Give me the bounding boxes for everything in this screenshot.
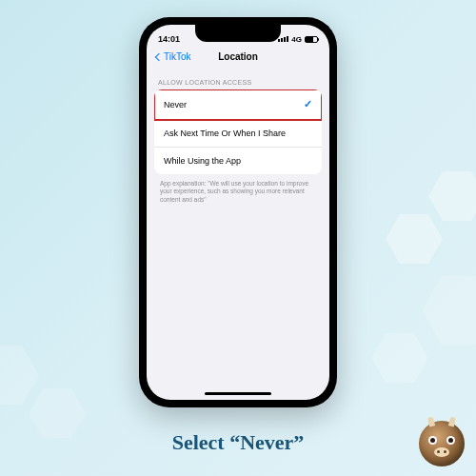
decorative-hexagon [422, 276, 476, 346]
decorative-hexagon [0, 346, 39, 405]
decorative-hexagon [371, 333, 428, 383]
back-label: TikTok [164, 51, 191, 62]
decorative-hexagon [29, 388, 86, 438]
page-title: Location [218, 51, 258, 62]
option-label: Ask Next Time Or When I Share [164, 129, 286, 138]
bull-mascot-logo [419, 421, 465, 466]
phone-notch [195, 25, 281, 42]
option-while-using[interactable]: While Using the App [154, 148, 322, 174]
option-label: Never [164, 100, 187, 109]
instruction-caption: Select “Never” [172, 430, 305, 455]
network-label: 4G [291, 35, 302, 44]
checkmark-icon: ✓ [304, 98, 312, 110]
chevron-left-icon [155, 52, 163, 60]
phone-frame: 14:01 4G TikTok Location ALLOW LOCATION … [139, 17, 337, 407]
home-indicator[interactable] [205, 392, 271, 395]
status-time: 14:01 [158, 34, 180, 44]
back-button[interactable]: TikTok [156, 51, 191, 62]
status-indicators: 4G [278, 35, 318, 44]
decorative-hexagon [428, 171, 476, 221]
section-header: ALLOW LOCATION ACCESS [147, 69, 329, 89]
app-explanation: App explanation: "We will use your locat… [147, 174, 329, 209]
option-never[interactable]: Never ✓ [154, 89, 322, 120]
battery-icon [305, 36, 318, 43]
phone-screen: 14:01 4G TikTok Location ALLOW LOCATION … [147, 25, 329, 400]
location-options-group: Never ✓ Ask Next Time Or When I Share Wh… [154, 89, 322, 174]
option-ask-next-time[interactable]: Ask Next Time Or When I Share [154, 120, 322, 148]
navigation-header: TikTok Location [147, 48, 329, 69]
option-label: While Using the App [164, 156, 241, 166]
signal-icon [278, 36, 288, 42]
decorative-hexagon [386, 214, 443, 264]
